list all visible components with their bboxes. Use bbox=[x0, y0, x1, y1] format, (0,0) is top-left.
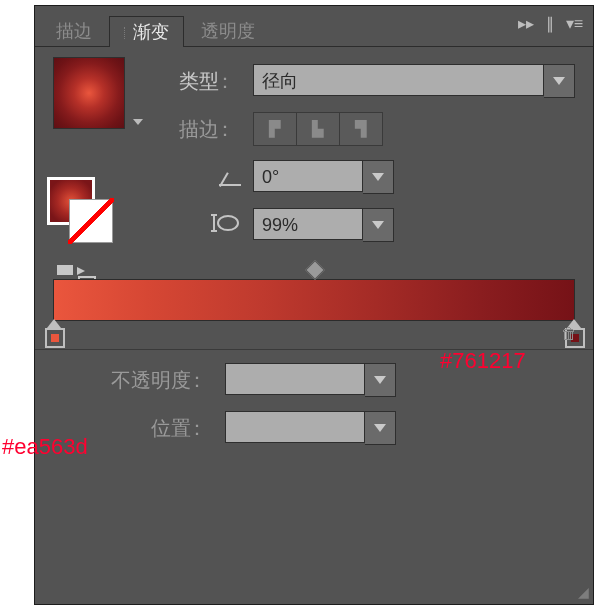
stroke-label: 描边： bbox=[145, 116, 241, 143]
gradient-preview-swatch[interactable] bbox=[53, 57, 125, 129]
angle-dropdown[interactable] bbox=[363, 160, 394, 194]
aspect-input[interactable]: 99% bbox=[253, 208, 363, 240]
opacity-input[interactable] bbox=[225, 363, 365, 395]
opacity-dropdown[interactable] bbox=[365, 363, 396, 397]
svg-rect-1 bbox=[57, 265, 73, 275]
stop-start-color bbox=[51, 334, 59, 342]
opacity-label: 不透明度： bbox=[53, 367, 213, 394]
gradient-ramp[interactable]: 🗑 bbox=[53, 279, 575, 321]
angle-input[interactable]: 0° bbox=[253, 160, 363, 192]
annotation-end-color: #761217 bbox=[440, 348, 526, 374]
tab-stroke[interactable]: 描边 bbox=[41, 15, 107, 46]
resize-grip-icon[interactable]: ◢ bbox=[578, 584, 587, 600]
type-select[interactable]: 径向 bbox=[253, 64, 544, 96]
panel-menu-icon[interactable]: ▾≡ bbox=[566, 14, 583, 33]
type-label: 类型： bbox=[145, 68, 241, 95]
stroke-align-inside-icon: ▛ bbox=[269, 120, 281, 138]
delete-stop-icon[interactable]: 🗑 bbox=[561, 325, 577, 343]
tab-transparency[interactable]: 透明度 bbox=[186, 15, 270, 46]
gradient-bar[interactable] bbox=[53, 279, 575, 321]
position-dropdown[interactable] bbox=[365, 411, 396, 445]
position-input[interactable] bbox=[225, 411, 365, 443]
stroke-align-outside-button[interactable]: ▜ bbox=[339, 112, 383, 146]
gradient-stop-start[interactable] bbox=[45, 319, 63, 348]
angle-label bbox=[145, 168, 241, 186]
aspect-label bbox=[145, 212, 241, 239]
gradient-midpoint-handle[interactable] bbox=[305, 260, 325, 280]
stroke-align-outside-icon: ▜ bbox=[355, 120, 367, 138]
stroke-swatch-none[interactable] bbox=[69, 199, 113, 243]
svg-point-0 bbox=[218, 216, 238, 230]
fast-forward-icon[interactable]: ▸▸ bbox=[518, 14, 534, 33]
stroke-align-center-icon: ▙ bbox=[312, 120, 324, 138]
stroke-align-center-button[interactable]: ▙ bbox=[296, 112, 340, 146]
tab-gradient[interactable]: 渐变 bbox=[109, 16, 184, 47]
svg-marker-3 bbox=[77, 267, 85, 275]
angle-icon bbox=[219, 168, 241, 186]
aspect-ratio-icon bbox=[211, 212, 241, 239]
aspect-dropdown[interactable] bbox=[363, 208, 394, 242]
swatch-menu-icon[interactable] bbox=[133, 119, 143, 125]
gradient-panel: 描边 渐变 透明度 ▸▸ ∥ ▾≡ 类型： 径向 bbox=[34, 5, 594, 605]
stroke-align-inside-button[interactable]: ▛ bbox=[253, 112, 297, 146]
tab-bar: 描边 渐变 透明度 ▸▸ ∥ ▾≡ bbox=[35, 6, 593, 47]
divider-icon: ∥ bbox=[546, 14, 554, 33]
annotation-start-color: #ea563d bbox=[2, 434, 88, 460]
type-select-dropdown[interactable] bbox=[544, 64, 575, 98]
fill-stroke-swatches[interactable] bbox=[47, 177, 112, 242]
